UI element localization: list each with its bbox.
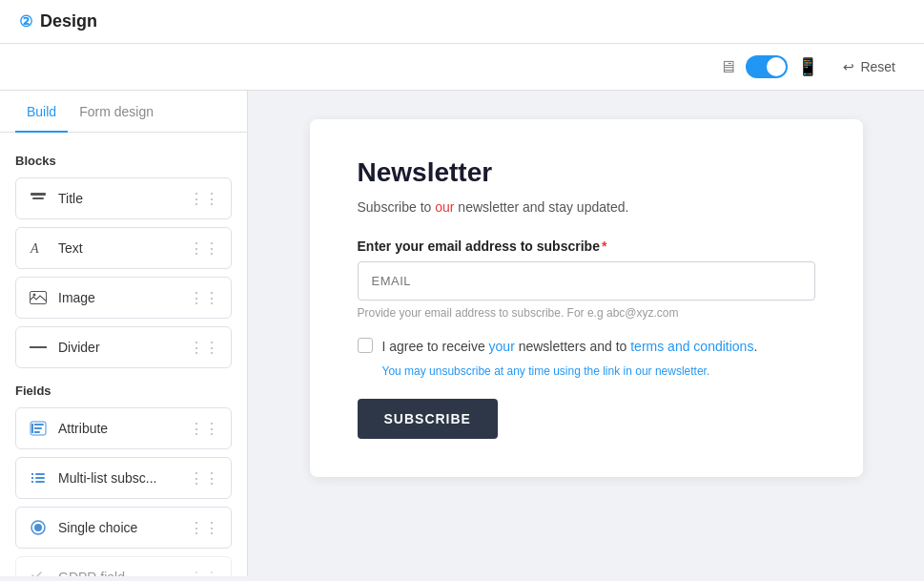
email-hint: Provide your email address to subscribe.… — [358, 306, 815, 320]
svg-rect-1 — [32, 197, 44, 199]
gdpr-field-icon — [28, 567, 49, 576]
main-content: Build Form design Blocks Title ⋮⋮ — [0, 91, 924, 576]
form-desc-highlight: our — [435, 199, 454, 215]
single-choice-field-icon — [28, 517, 49, 538]
block-item-image[interactable]: Image ⋮⋮ — [15, 277, 232, 319]
svg-point-14 — [34, 524, 42, 531]
text-drag-handle[interactable]: ⋮⋮ — [189, 239, 219, 258]
text-block-label: Text — [58, 240, 83, 256]
title-block-label: Title — [58, 191, 83, 206]
multilist-field-icon — [28, 467, 49, 488]
title-block-icon — [28, 188, 49, 209]
unsubscribe-note: You may unsubscribe at any time using th… — [382, 364, 815, 378]
text-block-icon: A — [28, 238, 49, 259]
subscribe-button[interactable]: SUBSCRIBE — [358, 399, 498, 439]
form-card: Newsletter Subscribe to our newsletter a… — [310, 119, 863, 477]
gdpr-field-label: GDPR field — [58, 570, 125, 576]
toolbar: 🖥 📱 ↩ Reset — [0, 44, 924, 91]
reset-icon: ↩ — [843, 59, 854, 74]
consent-checkbox[interactable] — [358, 338, 373, 353]
step-indicator: ② — [19, 12, 32, 31]
image-block-icon — [28, 287, 49, 308]
form-description: Subscribe to our newsletter and stay upd… — [358, 197, 815, 218]
gdpr-drag-handle: ⋮⋮ — [189, 569, 219, 577]
email-field-label: Enter your email address to subscribe* — [358, 239, 815, 254]
divider-drag-handle[interactable]: ⋮⋮ — [189, 339, 219, 357]
form-desc-suffix: newsletter and stay updated. — [454, 199, 628, 215]
page-header: ② Design — [0, 0, 924, 44]
sidebar-tabs: Build Form design — [0, 91, 247, 133]
form-desc-prefix: Subscribe to — [358, 199, 436, 215]
device-controls: 🖥 📱 — [719, 55, 818, 78]
attribute-field-label: Attribute — [58, 421, 108, 436]
blocks-section-label: Blocks — [15, 154, 232, 168]
consent-label: I agree to receive your newsletters and … — [382, 337, 758, 357]
mobile-icon[interactable]: 📱 — [797, 56, 818, 77]
multilist-field-label: Multi-list subsc... — [58, 470, 156, 486]
title-drag-handle[interactable]: ⋮⋮ — [189, 190, 219, 208]
consent-link1[interactable]: your — [489, 339, 515, 354]
svg-rect-0 — [31, 193, 46, 196]
field-item-single-choice[interactable]: Single choice ⋮⋮ — [15, 507, 232, 549]
svg-rect-11 — [31, 481, 33, 483]
block-item-divider[interactable]: Divider ⋮⋮ — [15, 326, 232, 368]
field-item-attribute[interactable]: Attribute ⋮⋮ — [15, 407, 232, 449]
desktop-icon[interactable]: 🖥 — [719, 57, 736, 77]
svg-rect-7 — [31, 473, 33, 475]
tab-build[interactable]: Build — [15, 91, 68, 133]
svg-rect-9 — [31, 477, 33, 479]
single-choice-field-label: Single choice — [58, 520, 137, 535]
svg-rect-12 — [35, 481, 45, 483]
single-choice-drag-handle[interactable]: ⋮⋮ — [189, 519, 219, 537]
block-item-title[interactable]: Title ⋮⋮ — [15, 177, 232, 219]
consent-prefix: I agree to receive — [382, 339, 489, 354]
sidebar: Build Form design Blocks Title ⋮⋮ — [0, 91, 248, 576]
form-title: Newsletter — [358, 157, 815, 188]
fields-section-label: Fields — [15, 384, 232, 398]
svg-point-4 — [33, 294, 36, 297]
attribute-field-icon — [28, 418, 49, 439]
svg-text:A: A — [30, 241, 39, 256]
page-title: Design — [40, 11, 97, 31]
email-input[interactable] — [358, 261, 815, 301]
divider-block-icon — [28, 337, 49, 358]
image-block-label: Image — [58, 290, 95, 305]
field-item-gdpr: GDPR field ⋮⋮ — [15, 556, 232, 576]
svg-rect-8 — [35, 473, 45, 475]
svg-rect-10 — [35, 477, 45, 479]
field-item-multilist[interactable]: Multi-list subsc... ⋮⋮ — [15, 457, 232, 499]
reset-button[interactable]: ↩ Reset — [833, 53, 905, 80]
preview-area: Newsletter Subscribe to our newsletter a… — [248, 91, 924, 576]
consent-mid: newsletters and to — [515, 339, 630, 354]
image-drag-handle[interactable]: ⋮⋮ — [189, 289, 219, 307]
tab-form-design[interactable]: Form design — [68, 91, 165, 133]
consent-suffix: . — [753, 339, 757, 354]
consent-row: I agree to receive your newsletters and … — [358, 337, 815, 357]
fields-section: Fields Attribute ⋮⋮ — [15, 384, 232, 576]
divider-block-label: Divider — [58, 340, 100, 355]
attribute-drag-handle[interactable]: ⋮⋮ — [189, 420, 219, 438]
consent-link2[interactable]: terms and conditions — [630, 339, 753, 354]
device-toggle[interactable] — [746, 55, 788, 78]
block-item-text[interactable]: A Text ⋮⋮ — [15, 227, 232, 269]
sidebar-body: Blocks Title ⋮⋮ A Text — [0, 133, 247, 576]
multilist-drag-handle[interactable]: ⋮⋮ — [189, 469, 219, 488]
